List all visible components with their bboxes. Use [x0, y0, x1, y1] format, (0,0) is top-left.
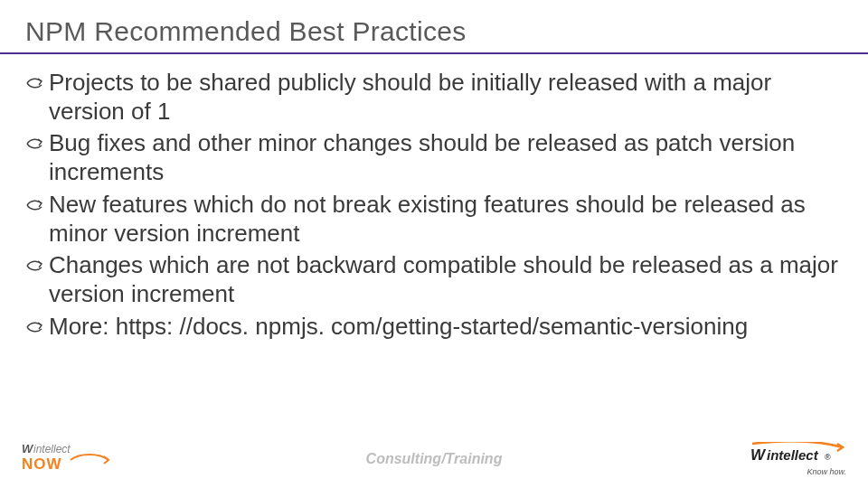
list-item-text: Bug fixes and other minor changes should…	[49, 129, 846, 186]
bullet-arrow-icon	[25, 75, 45, 95]
footer: W intellect NOW Consulting/Training W in…	[22, 443, 846, 475]
list-item: Projects to be shared publicly should be…	[25, 69, 846, 126]
footer-label: Consulting/Training	[22, 451, 846, 467]
svg-text:W: W	[750, 446, 767, 464]
logo-wintellect-now: W intellect NOW	[22, 442, 121, 476]
list-item: New features which do not break existing…	[25, 191, 846, 248]
title-area: NPM Recommended Best Practices	[0, 0, 868, 54]
bullet-arrow-icon	[25, 197, 45, 217]
svg-text:®: ®	[825, 453, 831, 462]
list-item-text: New features which do not break existing…	[49, 191, 846, 248]
logo-wintellect: W intellect ® Know how.	[747, 442, 846, 476]
bullet-arrow-icon	[25, 258, 45, 277]
slide: NPM Recommended Best Practices Projects …	[0, 0, 868, 488]
list-item-text: Changes which are not backward compatibl…	[49, 251, 846, 308]
logo-tagline: Know how.	[747, 467, 846, 476]
body-area: Projects to be shared publicly should be…	[0, 54, 868, 341]
list-item: Bug fixes and other minor changes should…	[25, 129, 846, 186]
svg-text:W: W	[22, 442, 34, 455]
list-item-text: More: https: //docs. npmjs. com/getting-…	[49, 313, 748, 342]
list-item: Changes which are not backward compatibl…	[25, 251, 846, 308]
svg-text:NOW: NOW	[22, 455, 62, 473]
svg-text:intellect: intellect	[767, 447, 819, 463]
list-item: More: https: //docs. npmjs. com/getting-…	[25, 313, 846, 342]
slide-title: NPM Recommended Best Practices	[25, 16, 843, 47]
svg-text:intellect: intellect	[33, 443, 71, 455]
bullet-arrow-icon	[25, 319, 45, 339]
bullet-arrow-icon	[25, 136, 45, 155]
list-item-text: Projects to be shared publicly should be…	[49, 69, 846, 126]
